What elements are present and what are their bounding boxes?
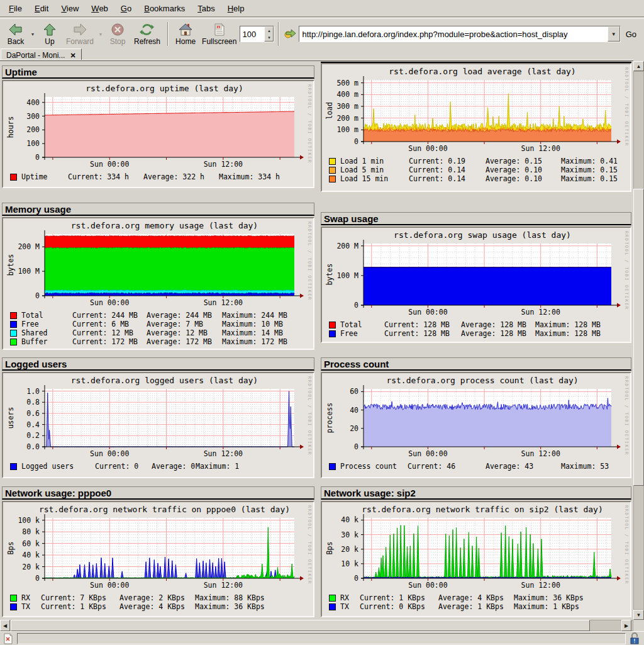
hscroll-left-button[interactable]: ◀: [0, 620, 10, 631]
legend-stat: Average: 1 KBps: [438, 602, 514, 611]
legend-swatch: [329, 158, 336, 165]
refresh-button[interactable]: Refresh: [131, 21, 164, 47]
back-button[interactable]: Back: [3, 21, 29, 47]
zoom-spin-arrows[interactable]: ▲ ▼: [264, 26, 274, 42]
back-history-dropdown[interactable]: ▼: [29, 22, 36, 46]
legend-stat: Current: 12 MB: [72, 328, 147, 337]
chart-pppoe0: 020 k40 k60 k80 k100 kSun 00:00Sun 12:00…: [4, 514, 311, 591]
y-axis-label: Bps: [325, 542, 334, 555]
security-lock-icon: !: [628, 632, 642, 645]
scrollbar-corner: [633, 620, 644, 631]
chart-title-uptime: rst.defora.org uptime (last day): [30, 84, 299, 93]
legend-series-name: Load 15 min: [340, 174, 409, 183]
home-label: Home: [175, 37, 196, 46]
svg-text:40 k: 40 k: [22, 551, 40, 559]
legend-process-process-count: Process countCurrent: 46Average: 43Maxim…: [323, 462, 629, 471]
chart-process: 0204060Sun 00:00Sun 12:00process: [323, 385, 628, 459]
menu-web[interactable]: Web: [85, 1, 114, 16]
go-url-icon: [283, 26, 297, 42]
svg-text:0.8: 0.8: [26, 398, 40, 407]
section-heading-users: Logged users: [2, 357, 314, 371]
legend-swatch: [329, 595, 336, 602]
legend-pppoe0-tx: TXCurrent: 1 KBpsAverage: 4 KBpsMaximum:…: [4, 602, 312, 611]
up-icon: [43, 22, 57, 37]
zoom-spin-down-icon[interactable]: ▼: [265, 34, 273, 41]
up-button[interactable]: Up: [36, 21, 63, 47]
menu-go[interactable]: Go: [114, 1, 138, 16]
up-label: Up: [45, 37, 54, 46]
svg-text:Sun 12:00: Sun 12:00: [204, 449, 243, 458]
svg-text:500 m: 500 m: [336, 79, 358, 87]
svg-text:30 k: 30 k: [341, 530, 358, 539]
svg-text:!: !: [633, 639, 636, 644]
menu-help[interactable]: Help: [221, 1, 251, 16]
menu-file[interactable]: File: [3, 1, 28, 16]
svg-text:Sun 12:00: Sun 12:00: [521, 581, 560, 590]
hscroll-right-button[interactable]: ▶: [621, 620, 631, 631]
home-button[interactable]: Home: [172, 21, 199, 47]
vscroll-down-button[interactable]: ▼: [633, 610, 644, 620]
menu-edit[interactable]: Edit: [28, 1, 55, 16]
forward-button[interactable]: Forward: [63, 21, 97, 47]
svg-text:Sun 00:00: Sun 00:00: [408, 144, 447, 153]
svg-text:100 m: 100 m: [336, 125, 358, 134]
y-axis-label: bytes: [325, 264, 334, 286]
legend-stat: Average: 0.10: [486, 165, 561, 174]
rrdtool-watermark: RRDTOOL / TOBI OETIKER: [624, 376, 629, 456]
legend-stat: Current: 128 MB: [384, 329, 461, 338]
legend-users-logged-users: Logged usersCurrent: 0Average: 0Maximum:…: [4, 462, 312, 471]
section-heading-memory: Memory usage: [2, 203, 314, 216]
legend-uptime-uptime: UptimeCurrent: 334 hAverage: 322 hMaximu…: [4, 172, 312, 181]
menu-tabs[interactable]: Tabs: [191, 1, 221, 16]
url-dropdown-button[interactable]: ▼: [608, 26, 620, 42]
back-icon: [8, 22, 23, 37]
zoom-input[interactable]: [240, 26, 264, 42]
legend-stat: Maximum: 53: [561, 462, 624, 471]
legend-swatch: [10, 603, 17, 610]
svg-text:10 k: 10 k: [341, 559, 358, 568]
svg-text:60: 60: [350, 387, 358, 396]
menu-bookmarks[interactable]: Bookmarks: [138, 1, 191, 16]
legend-stat: Current: 334 h: [68, 172, 143, 181]
fullscreen-label: Fullscreen: [202, 37, 236, 46]
url-input[interactable]: [299, 26, 607, 42]
legend-swatch: [329, 322, 336, 328]
chart-title-process: rst.defora.org process count (last day): [348, 376, 616, 385]
legend-series-name: Buffer: [21, 337, 72, 346]
forward-history-dropdown[interactable]: ▼: [97, 22, 104, 46]
status-text: [17, 633, 626, 644]
hscroll-thumb[interactable]: [11, 620, 590, 631]
fullscreen-button[interactable]: Fullscreen: [199, 21, 240, 47]
tab-close-icon[interactable]: ✕: [70, 52, 75, 60]
svg-text:Sun 00:00: Sun 00:00: [90, 581, 129, 590]
legend-series-name: Uptime: [21, 172, 68, 181]
legend-stat: Maximum: 10 MB: [222, 320, 291, 328]
vscroll-thumb[interactable]: [633, 189, 644, 486]
svg-text:0.6: 0.6: [26, 409, 40, 418]
legend-stat: Current: 244 MB: [72, 311, 147, 320]
section-heading-swap: Swap usage: [321, 212, 631, 225]
svg-text:0.0: 0.0: [26, 442, 40, 451]
svg-text:1.0: 1.0: [26, 387, 40, 396]
back-label: Back: [8, 37, 25, 46]
stop-button[interactable]: Stop: [104, 21, 131, 47]
chart-title-memory: rst.defora.org memory usage (last day): [30, 221, 299, 230]
legend-stat: Current: 46: [408, 462, 486, 471]
zoom-spinbox[interactable]: ▲ ▼: [240, 26, 274, 42]
svg-text:300: 300: [26, 112, 40, 121]
legend-stat: Maximum: 14 MB: [222, 328, 291, 337]
legend-series-name: Total: [21, 311, 72, 320]
graph-panel-uptime: rst.defora.org uptime (last day)RRDTOOL …: [2, 80, 314, 188]
section-heading-uptime: Uptime: [2, 65, 314, 79]
go-button[interactable]: Go: [621, 30, 641, 39]
svg-text:0: 0: [354, 301, 358, 310]
legend-stat: Average: 244 MB: [147, 311, 222, 320]
menu-view[interactable]: View: [55, 1, 85, 16]
legend-swatch: [10, 463, 17, 470]
y-axis-label: load: [325, 102, 334, 120]
rrdtool-watermark: RRDTOOL / TOBI OETIKER: [307, 505, 312, 585]
vscroll-up-button[interactable]: ▲: [633, 61, 644, 71]
svg-text:0: 0: [354, 137, 358, 146]
legend-swap-total: TotalCurrent: 128 MBAverage: 128 MBMaxim…: [323, 320, 629, 329]
zoom-spin-up-icon[interactable]: ▲: [265, 27, 273, 34]
